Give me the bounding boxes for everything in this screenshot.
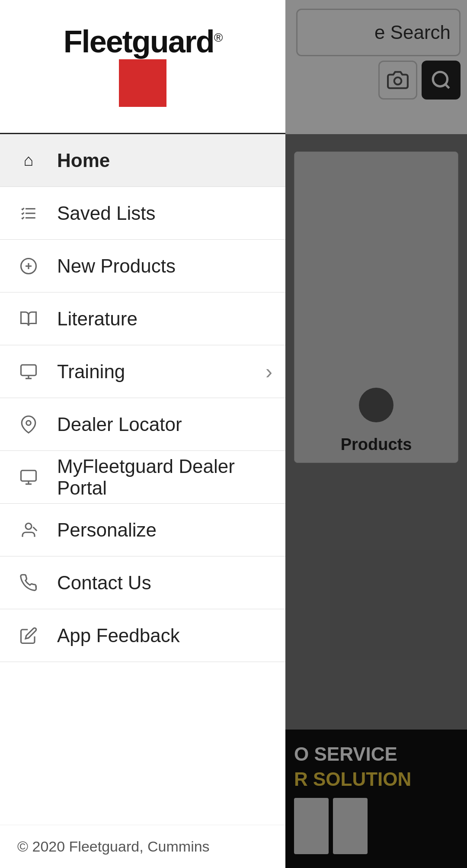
copyright-text: © 2020 Fleetguard, Cummins: [17, 838, 210, 855]
nav-label-app-feedback: App Feedback: [57, 625, 180, 646]
nav-item-literature[interactable]: Literature: [0, 293, 285, 345]
training-chevron: ›: [265, 360, 272, 383]
nav-item-new-products[interactable]: New Products: [0, 240, 285, 293]
sidebar-header: Fleetguard®: [0, 0, 285, 134]
nav-label-myfleetguard: MyFleetguard Dealer Portal: [57, 456, 268, 499]
nav-label-saved-lists: Saved Lists: [57, 203, 155, 224]
nav-item-home[interactable]: ⌂ Home: [0, 134, 285, 187]
personalize-icon: [17, 519, 40, 541]
contact-us-icon: [17, 572, 40, 594]
svg-rect-13: [21, 470, 36, 481]
nav-item-personalize[interactable]: Personalize: [0, 504, 285, 556]
svg-rect-9: [21, 365, 36, 376]
myfleetguard-icon: [17, 466, 40, 489]
right-overlay: [285, 0, 467, 868]
svg-point-12: [26, 421, 31, 425]
literature-icon: [17, 308, 40, 330]
nav-label-training: Training: [57, 361, 125, 383]
nav-label-personalize: Personalize: [57, 519, 157, 541]
dealer-locator-icon: [17, 413, 40, 436]
home-icon: ⌂: [17, 149, 40, 172]
nav-item-contact-us[interactable]: Contact Us: [0, 556, 285, 609]
nav-label-home: Home: [57, 150, 110, 171]
nav-item-training[interactable]: Training ›: [0, 345, 285, 398]
svg-point-16: [26, 523, 32, 529]
app-feedback-icon: [17, 624, 40, 647]
nav-item-saved-lists[interactable]: Saved Lists: [0, 187, 285, 240]
nav-label-literature: Literature: [57, 308, 138, 330]
nav-label-new-products: New Products: [57, 255, 176, 277]
training-icon: [17, 360, 40, 383]
saved-lists-icon: [17, 202, 40, 225]
nav-label-contact-us: Contact Us: [57, 572, 151, 594]
nav-item-app-feedback[interactable]: App Feedback: [0, 609, 285, 662]
logo-container: Fleetguard®: [64, 26, 222, 107]
sidebar: Fleetguard® ⌂ Home Saved Lists: [0, 0, 285, 868]
svg-line-17: [33, 527, 37, 531]
nav-label-dealer-locator: Dealer Locator: [57, 414, 182, 435]
nav-items: ⌂ Home Saved Lists: [0, 134, 285, 825]
logo-red-block: [119, 59, 166, 107]
brand-name: Fleetguard®: [64, 26, 222, 57]
nav-item-myfleetguard[interactable]: MyFleetguard Dealer Portal: [0, 451, 285, 504]
nav-item-dealer-locator[interactable]: Dealer Locator: [0, 398, 285, 451]
sidebar-footer: © 2020 Fleetguard, Cummins: [0, 825, 285, 868]
new-products-icon: [17, 255, 40, 277]
